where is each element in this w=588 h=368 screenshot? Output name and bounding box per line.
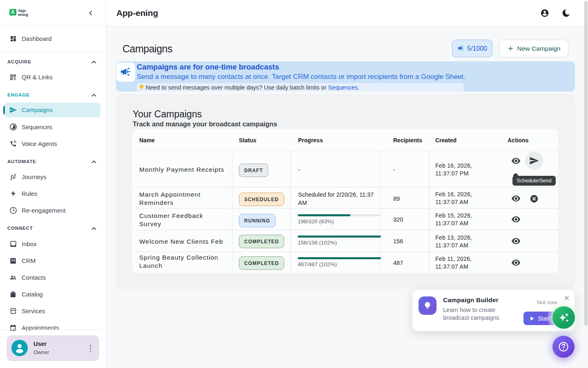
svg-text:A: A [11, 9, 15, 15]
